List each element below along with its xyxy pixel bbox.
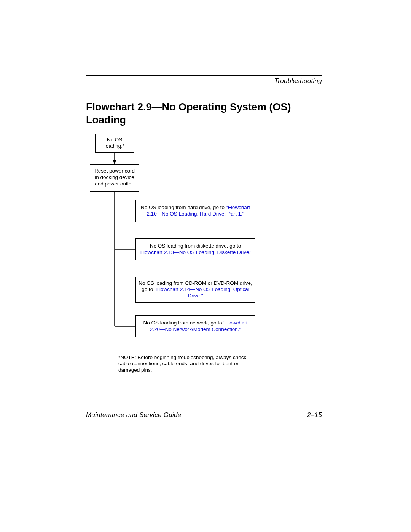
- flowchart-branch-optical: No OS loading from CD-ROM or DVD-ROM dri…: [135, 277, 255, 303]
- branch-text: No OS loading from network, go to: [143, 320, 223, 326]
- header-rule: [86, 75, 322, 76]
- page-footer: Maintenance and Service Guide 2–15: [86, 409, 322, 419]
- flowchart-branch-network: No OS loading from network, go to "Flowc…: [135, 315, 255, 337]
- branch-text: No OS loading from hard drive, go to: [141, 204, 226, 210]
- section-label: Troubleshooting: [86, 77, 322, 85]
- page-title: Flowchart 2.9—No Operating System (OS) L…: [86, 101, 322, 127]
- flowchart-note: *NOTE: Before beginning troubleshooting,…: [118, 355, 259, 374]
- flowchart-start-text: No OS loading.*: [98, 137, 131, 150]
- footer-page-number: 2–15: [307, 411, 322, 419]
- branch-text: No OS loading from diskette drive, go to: [150, 243, 241, 249]
- flowchart-start-node: No OS loading.*: [95, 134, 134, 153]
- page-content: Troubleshooting Flowchart 2.9—No Operati…: [86, 75, 322, 362]
- branch-link[interactable]: "Flowchart 2.14—No OS Loading, Optical D…: [155, 286, 249, 299]
- flowchart-reset-text: Reset power cord in docking device and p…: [92, 168, 137, 187]
- flowchart-diagram: No OS loading.* Reset power cord in dock…: [90, 134, 303, 362]
- flowchart-branch-hard-drive: No OS loading from hard drive, go to "Fl…: [135, 200, 255, 222]
- footer-rule: [86, 409, 322, 409]
- flowchart-reset-node: Reset power cord in docking device and p…: [90, 164, 139, 192]
- flowchart-branch-diskette: No OS loading from diskette drive, go to…: [135, 238, 255, 260]
- footer-guide-name: Maintenance and Service Guide: [86, 411, 182, 419]
- branch-link[interactable]: "Flowchart 2.13—No OS Loading, Diskette …: [139, 249, 252, 255]
